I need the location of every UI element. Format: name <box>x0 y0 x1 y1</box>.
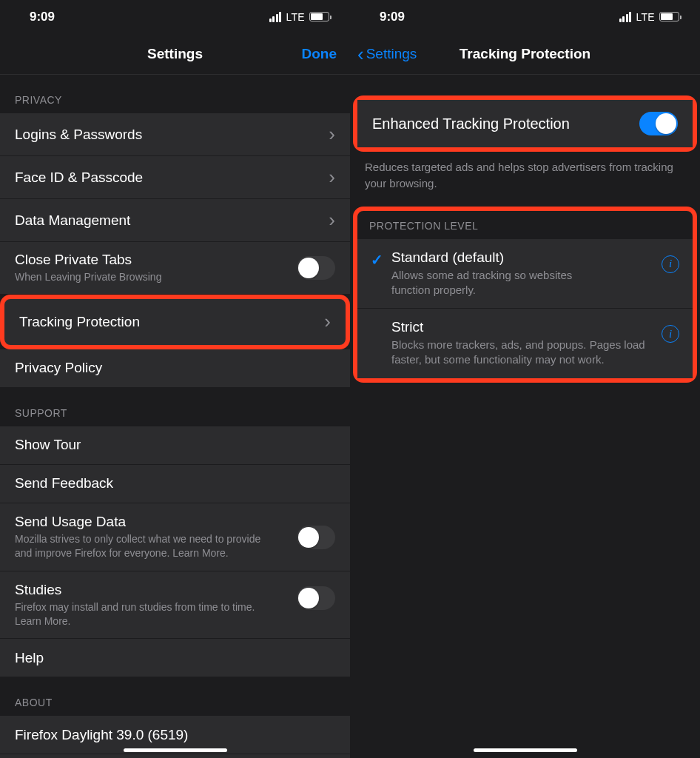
tracking-protection-screen: 9:09 LTE ‹ Settings Tracking Protection … <box>350 0 700 758</box>
row-label: Send Usage Data <box>15 514 297 530</box>
section-header-support: SUPPORT <box>0 388 350 426</box>
home-indicator[interactable] <box>474 748 577 752</box>
row-subtitle: Firefox may install and run studies from… <box>15 600 266 628</box>
row-level-standard[interactable]: ✓ Standard (default) Allows some ad trac… <box>357 239 693 309</box>
network-label: LTE <box>636 11 655 23</box>
toggle-enhanced-tracking-protection[interactable] <box>639 112 678 135</box>
signal-icon <box>269 12 282 22</box>
row-logins-passwords[interactable]: Logins & Passwords › <box>0 113 350 156</box>
nav-bar-tracking: ‹ Settings Tracking Protection <box>350 33 700 75</box>
row-label: Face ID & Passcode <box>15 170 329 186</box>
toggle-send-usage-data[interactable] <box>297 526 335 549</box>
check-icon: ✓ <box>371 252 383 268</box>
section-header-about: ABOUT <box>0 677 350 716</box>
etp-label: Enhanced Tracking Protection <box>372 115 639 133</box>
row-send-feedback[interactable]: Send Feedback <box>0 465 350 503</box>
chevron-right-icon: › <box>329 166 335 189</box>
row-close-private-tabs[interactable]: Close Private Tabs When Leaving Private … <box>0 242 350 295</box>
status-bar: 9:09 LTE <box>0 0 350 33</box>
row-enhanced-tracking-protection[interactable]: Enhanced Tracking Protection <box>357 100 693 147</box>
level-desc: Blocks more trackers, ads, and popups. P… <box>391 338 653 368</box>
network-label: LTE <box>286 11 305 23</box>
row-help[interactable]: Help <box>0 639 350 677</box>
highlighted-protection-level: PROTECTION LEVEL ✓ Standard (default) Al… <box>353 207 697 383</box>
chevron-right-icon: › <box>324 310 331 333</box>
row-label: Close Private Tabs <box>15 252 297 268</box>
section-header-protection-level: PROTECTION LEVEL <box>357 211 693 239</box>
level-desc: Allows some ad tracking so websites func… <box>391 268 599 298</box>
signal-icon <box>619 12 632 22</box>
row-label: Studies <box>15 582 297 598</box>
row-data-management[interactable]: Data Management › <box>0 199 350 242</box>
etp-description: Reduces targeted ads and helps stop adve… <box>350 152 700 204</box>
row-label: Show Tour <box>15 437 335 453</box>
row-label: Help <box>15 650 335 666</box>
nav-title: Tracking Protection <box>460 46 590 62</box>
level-title: Strict <box>391 319 653 335</box>
section-header-privacy: PRIVACY <box>0 75 350 113</box>
row-level-strict[interactable]: Strict Blocks more trackers, ads, and po… <box>357 309 693 378</box>
toggle-studies[interactable] <box>297 586 335 610</box>
chevron-right-icon: › <box>329 209 335 232</box>
settings-screen: 9:09 LTE Settings Done PRIVACY Logins & … <box>0 0 350 758</box>
level-title: Standard (default) <box>391 249 653 266</box>
battery-icon <box>659 12 679 21</box>
row-tracking-protection[interactable]: Tracking Protection › <box>0 295 350 349</box>
chevron-right-icon: › <box>329 123 335 146</box>
info-icon[interactable]: i <box>662 255 679 273</box>
row-privacy-policy[interactable]: Privacy Policy <box>0 349 350 388</box>
nav-bar-settings: Settings Done <box>0 33 350 75</box>
highlighted-etp: Enhanced Tracking Protection <box>353 95 697 152</box>
row-label: Privacy Policy <box>15 360 335 376</box>
row-subtitle: Mozilla strives to only collect what we … <box>15 532 266 560</box>
row-label: Logins & Passwords <box>15 127 329 143</box>
row-label: Send Feedback <box>15 475 335 492</box>
row-show-tour[interactable]: Show Tour <box>0 426 350 465</box>
status-time: 9:09 <box>30 10 55 24</box>
row-send-usage-data[interactable]: Send Usage Data Mozilla strives to only … <box>0 503 350 571</box>
info-icon[interactable]: i <box>662 325 679 343</box>
chevron-left-icon: ‹ <box>357 44 364 64</box>
row-studies[interactable]: Studies Firefox may install and run stud… <box>0 571 350 640</box>
status-time: 9:09 <box>380 10 405 24</box>
row-label: Firefox Daylight 39.0 (6519) <box>15 727 335 743</box>
back-button[interactable]: ‹ Settings <box>357 44 417 64</box>
done-button[interactable]: Done <box>302 46 337 62</box>
row-faceid-passcode[interactable]: Face ID & Passcode › <box>0 156 350 199</box>
row-subtitle: When Leaving Private Browsing <box>15 270 297 284</box>
nav-title: Settings <box>147 46 203 62</box>
battery-icon <box>309 12 329 21</box>
home-indicator[interactable] <box>124 748 227 752</box>
row-label: Data Management <box>15 212 329 229</box>
row-licenses[interactable]: Licenses <box>0 754 350 758</box>
row-label: Tracking Protection <box>19 314 324 330</box>
back-label: Settings <box>366 46 417 62</box>
status-bar: 9:09 LTE <box>350 0 700 33</box>
toggle-close-private-tabs[interactable] <box>297 256 335 280</box>
